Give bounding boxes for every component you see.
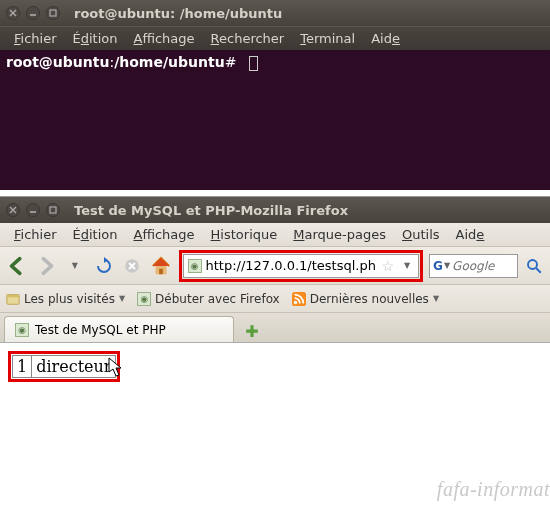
bookmark-most-visited[interactable]: Les plus visités ▼ xyxy=(6,292,125,306)
bookmark-latest-news[interactable]: Dernières nouvelles ▼ xyxy=(292,292,439,306)
menu-historique[interactable]: Historique xyxy=(205,225,284,244)
menu-affichage[interactable]: Affichage xyxy=(128,225,201,244)
menu-aide[interactable]: Aide xyxy=(365,29,406,48)
search-input[interactable] xyxy=(452,259,514,273)
svg-rect-7 xyxy=(7,294,19,297)
svg-rect-0 xyxy=(50,10,56,16)
menu-aide[interactable]: Aide xyxy=(450,225,491,244)
tab-bar: ◉ Test de MySQL et PHP ✚ xyxy=(0,313,550,343)
menu-edition[interactable]: Édition xyxy=(67,29,124,48)
prompt-path: /home/ubuntu xyxy=(114,54,224,70)
firefox-toolbar: ▼ ◉ ☆ ▼ G▼ xyxy=(0,247,550,285)
tab-label: Test de MySQL et PHP xyxy=(35,323,166,337)
watermark: fafa-informat xyxy=(437,478,550,501)
terminal-cursor xyxy=(249,56,258,71)
bookmark-star-icon[interactable]: ☆ xyxy=(380,258,397,274)
site-favicon-icon: ◉ xyxy=(188,259,202,273)
firefox-title: Test de MySQL et PHP-Mozilla Firefox xyxy=(74,203,348,218)
minimize-window-button[interactable] xyxy=(26,6,40,20)
menu-affichage[interactable]: Affichage xyxy=(128,29,201,48)
maximize-window-button[interactable] xyxy=(46,203,60,217)
bookmark-getting-started[interactable]: ◉ Débuter avec Firefox xyxy=(137,292,280,306)
search-engine-selector[interactable]: G▼ xyxy=(433,259,450,273)
firefox-menubar: Fichier Édition Affichage Historique Mar… xyxy=(0,223,550,247)
menu-rechercher[interactable]: Rechercher xyxy=(205,29,291,48)
stop-button[interactable] xyxy=(121,252,144,280)
svg-rect-8 xyxy=(292,292,306,306)
bookmarks-toolbar: Les plus visités ▼ ◉ Débuter avec Firefo… xyxy=(0,285,550,313)
svg-point-9 xyxy=(293,300,297,304)
svg-rect-4 xyxy=(159,268,163,274)
firefox-window: Test de MySQL et PHP-Mozilla Firefox Fic… xyxy=(0,196,550,504)
terminal-titlebar: root@ubuntu: /home/ubuntu xyxy=(0,0,550,26)
menu-terminal[interactable]: Terminal xyxy=(294,29,361,48)
svg-rect-1 xyxy=(50,207,56,213)
plus-icon: ✚ xyxy=(245,322,258,341)
page-favicon-icon: ◉ xyxy=(137,292,151,306)
search-go-button[interactable] xyxy=(524,254,544,278)
url-input[interactable] xyxy=(206,258,376,273)
menu-edition[interactable]: Édition xyxy=(67,225,124,244)
menu-marque-pages[interactable]: Marque-pages xyxy=(287,225,392,244)
maximize-window-button[interactable] xyxy=(46,6,60,20)
minimize-window-button[interactable] xyxy=(26,203,40,217)
back-button[interactable] xyxy=(6,252,29,280)
url-bar[interactable]: ◉ ☆ ▼ xyxy=(183,254,420,278)
terminal-title: root@ubuntu: /home/ubuntu xyxy=(74,6,282,21)
menu-fichier[interactable]: Fichier xyxy=(8,29,63,48)
reload-button[interactable] xyxy=(92,252,115,280)
forward-button[interactable] xyxy=(35,252,58,280)
menu-outils[interactable]: Outils xyxy=(396,225,446,244)
cell-id: 1 xyxy=(13,356,32,378)
svg-point-5 xyxy=(528,260,537,269)
url-dropdown[interactable]: ▼ xyxy=(400,261,414,270)
mouse-cursor-icon xyxy=(108,357,126,379)
close-window-button[interactable] xyxy=(6,6,20,20)
terminal-body[interactable]: root@ubuntu:/home/ubuntu# xyxy=(0,50,550,75)
terminal-window: root@ubuntu: /home/ubuntu Fichier Éditio… xyxy=(0,0,550,190)
new-tab-button[interactable]: ✚ xyxy=(240,320,264,342)
nav-dropdown[interactable]: ▼ xyxy=(64,252,87,280)
table-row: 1 directeur xyxy=(13,356,116,378)
url-highlight-box: ◉ ☆ ▼ xyxy=(179,250,424,282)
menu-fichier[interactable]: Fichier xyxy=(8,225,63,244)
tab-active[interactable]: ◉ Test de MySQL et PHP xyxy=(4,316,234,342)
search-bar[interactable]: G▼ xyxy=(429,254,518,278)
home-button[interactable] xyxy=(150,252,173,280)
tab-favicon-icon: ◉ xyxy=(15,323,29,337)
cell-value: directeur xyxy=(32,356,116,378)
close-window-button[interactable] xyxy=(6,203,20,217)
firefox-titlebar: Test de MySQL et PHP-Mozilla Firefox xyxy=(0,197,550,223)
result-table: 1 directeur xyxy=(12,355,116,378)
terminal-menubar: Fichier Édition Affichage Rechercher Ter… xyxy=(0,26,550,50)
prompt-user: root@ubuntu xyxy=(6,54,109,70)
result-highlight-box: 1 directeur xyxy=(8,351,120,382)
